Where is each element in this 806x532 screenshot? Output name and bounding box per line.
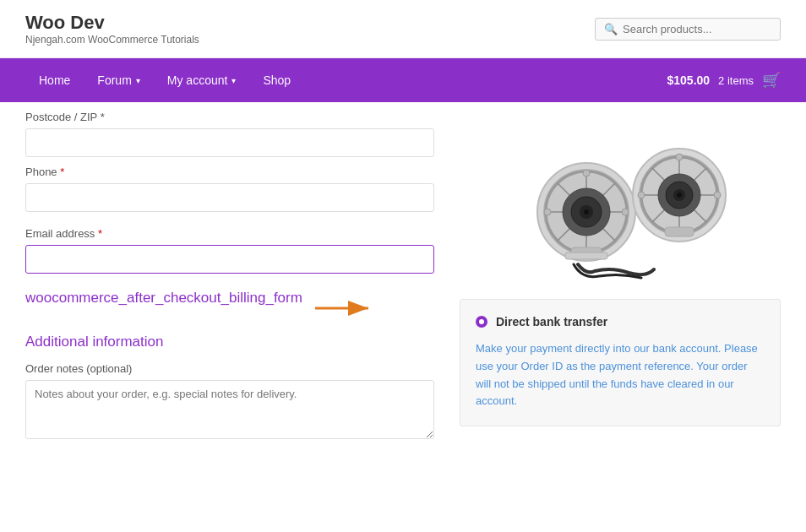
svg-rect-34	[665, 227, 694, 236]
main-content: Postcode / ZIP * Phone * Email address *…	[0, 102, 806, 482]
nav-cart: $105.00 2 items 🛒	[667, 71, 781, 90]
hook-text-block: woocommerce_after_checkout_billing_form	[25, 289, 302, 307]
phone-required: *	[60, 166, 64, 178]
checkout-form: Postcode / ZIP * Phone * Email address *…	[25, 102, 434, 457]
payment-option: Direct bank transfer	[476, 315, 765, 328]
svg-point-32	[638, 192, 645, 198]
chevron-down-icon: ▾	[136, 76, 140, 85]
radio-inner	[479, 319, 484, 324]
hook-container: woocommerce_after_checkout_billing_form	[25, 289, 434, 321]
site-header: Woo Dev Njengah.com WooCommerce Tutorial…	[0, 0, 806, 58]
svg-point-33	[714, 192, 721, 198]
payment-option-label: Direct bank transfer	[496, 315, 607, 328]
site-title: Woo Dev	[25, 12, 199, 34]
svg-point-16	[622, 209, 629, 215]
additional-info-section: Additional information Order notes (opti…	[25, 334, 434, 442]
phone-label: Phone *	[25, 166, 434, 178]
nav-item-shop[interactable]: Shop	[249, 58, 304, 102]
phone-input[interactable]	[25, 183, 434, 212]
arrow-icon	[311, 296, 378, 321]
postcode-input[interactable]	[25, 128, 434, 157]
svg-point-15	[544, 209, 551, 215]
nav-links: Home Forum ▾ My account ▾ Shop	[25, 58, 304, 102]
cart-total: $105.00	[667, 73, 710, 87]
chevron-down-icon: ▾	[231, 76, 236, 85]
svg-point-29	[677, 193, 682, 198]
arrow-container	[311, 296, 378, 321]
phone-row: Phone *	[25, 166, 434, 212]
postcode-row: Postcode / ZIP *	[25, 111, 434, 157]
svg-point-30	[676, 154, 683, 160]
svg-rect-18	[565, 252, 607, 259]
search-form[interactable]: 🔍	[595, 18, 781, 41]
order-notes-input[interactable]	[25, 380, 434, 439]
postcode-label: Postcode / ZIP *	[25, 111, 434, 123]
email-required: *	[98, 227, 102, 240]
site-nav: Home Forum ▾ My account ▾ Shop $105.00 2…	[0, 58, 806, 102]
nav-item-home[interactable]: Home	[25, 58, 84, 102]
additional-info-heading: Additional information	[25, 334, 434, 350]
nav-item-my-account[interactable]: My account ▾	[154, 58, 250, 102]
svg-point-12	[584, 209, 589, 214]
hook-text: woocommerce_after_checkout_billing_form	[25, 290, 302, 306]
product-image-area	[460, 111, 781, 282]
payment-section: Direct bank transfer Make your payment d…	[460, 299, 781, 426]
email-input[interactable]	[25, 245, 434, 274]
cart-icon[interactable]: 🛒	[762, 71, 781, 90]
search-input[interactable]	[623, 23, 771, 35]
right-column: Direct bank transfer Make your payment d…	[460, 102, 781, 457]
radio-button[interactable]	[476, 316, 487, 328]
search-icon: 🔍	[604, 23, 618, 35]
order-notes-row: Order notes (optional)	[25, 362, 434, 442]
email-label: Email address *	[25, 227, 434, 240]
site-branding: Woo Dev Njengah.com WooCommerce Tutorial…	[25, 12, 199, 46]
svg-point-13	[583, 170, 590, 176]
email-row: Email address *	[25, 227, 434, 274]
cart-count: 2 items	[718, 74, 754, 87]
site-tagline: Njengah.com WooCommerce Tutorials	[25, 34, 199, 46]
order-notes-label: Order notes (optional)	[25, 362, 434, 375]
nav-item-forum[interactable]: Forum ▾	[84, 58, 153, 102]
payment-description: Make your payment directly into our bank…	[476, 340, 765, 410]
product-image	[502, 111, 738, 280]
